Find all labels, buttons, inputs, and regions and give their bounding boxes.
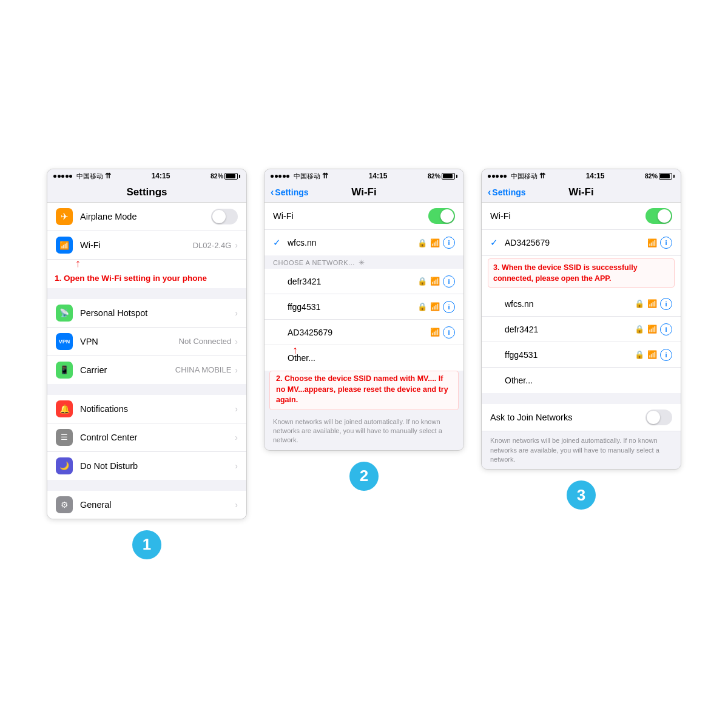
section-1-3: 🔔 Notifications › ☰ Control Center › 🌙 D…: [47, 395, 246, 480]
network-row-defr3421-2[interactable]: ✓ defr3421 🔒 📶 i: [265, 269, 463, 294]
hotspot-label: Personal Hotspot: [80, 308, 235, 318]
wifi-defr3421-2: 📶: [430, 277, 440, 286]
airplane-mode-row[interactable]: ✈ Airplane Mode: [47, 203, 246, 231]
battery-tip-2: [456, 175, 457, 178]
network-name-ffgg-3: ffgg4531: [505, 350, 635, 360]
net-check-empty: ✓: [273, 302, 284, 312]
airplane-toggle[interactable]: [211, 209, 238, 224]
ask-join-toggle[interactable]: [645, 410, 672, 425]
time-3: 14:15: [586, 172, 605, 180]
nav-title-2: Wi-Fi: [351, 186, 376, 198]
dnd-label: Do Not Disturb: [80, 461, 235, 471]
wifi-toggle-3[interactable]: [645, 208, 672, 224]
back-button-2[interactable]: ‹ Settings: [271, 187, 309, 198]
info-wfcs-3[interactable]: i: [660, 298, 672, 310]
info-ffgg-3[interactable]: i: [660, 349, 672, 361]
carrier-row[interactable]: 📱 Carrier CHINA MOBILE ›: [47, 356, 246, 384]
dnd-row[interactable]: 🌙 Do Not Disturb ›: [47, 452, 246, 480]
net-check-empty: ✓: [273, 327, 284, 338]
step-badge-3: 3: [567, 480, 596, 510]
battery-fill-3: [660, 174, 670, 178]
battery-body-1: [224, 173, 238, 180]
step3-annotation-container: 3. When the device SSID is successfully …: [482, 255, 681, 291]
choose-network-label-2: CHOOSE A NETWORK...: [273, 259, 355, 266]
network-name-defr3421-2: defr3421: [288, 277, 417, 286]
network-name-other-3: Other...: [505, 376, 672, 385]
control-center-row[interactable]: ☰ Control Center ›: [47, 423, 246, 452]
network-row-ad3425679-2[interactable]: ✓ AD3425679 📶 i ↑: [265, 320, 463, 345]
lock-ffgg4531-2: 🔒: [417, 302, 427, 311]
airplane-icon: ✈: [56, 208, 73, 225]
battery-body-3: [659, 173, 672, 180]
control-center-chevron: ›: [235, 433, 238, 442]
carrier-value: CHINA MOBILE: [175, 365, 231, 374]
nav-bar-2: ‹ Settings Wi-Fi: [265, 183, 463, 203]
info-defr3421-2[interactable]: i: [443, 275, 455, 288]
step1-annotation: 1. Open the Wi-Fi setting in your phone: [55, 273, 239, 285]
wifi-toggle-label-3: Wi-Fi: [490, 211, 511, 221]
gap-2: [47, 384, 246, 395]
notifications-row[interactable]: 🔔 Notifications ›: [47, 395, 246, 423]
info-ad3425679-2[interactable]: i: [443, 326, 455, 339]
connected-name-3: AD3425679: [505, 238, 647, 248]
signal-dots-1: [53, 175, 72, 178]
net-icons-ffgg-3: 🔒 📶 i: [635, 349, 672, 361]
connected-name-2: wfcs.nn: [288, 238, 417, 248]
connected-network-row-3[interactable]: ✓ AD3425679 📶 i: [482, 230, 681, 255]
bottom-note-3: Known networks will be joined automatica…: [482, 431, 681, 469]
info-btn-2[interactable]: i: [443, 237, 455, 249]
network-row-ffgg4531-2[interactable]: ✓ ffgg4531 🔒 📶 i: [265, 294, 463, 320]
wifi-row[interactable]: 📶 Wi-Fi DL02-2.4G › ↑: [47, 231, 246, 259]
hotspot-chevron: ›: [235, 308, 238, 318]
carrier-icon: 📱: [56, 362, 73, 379]
info-defr-3[interactable]: i: [660, 323, 672, 335]
wifi-chevron: ›: [235, 240, 238, 250]
lock-icon-2: 🔒: [417, 238, 427, 248]
nav-bar-3: ‹ Settings Wi-Fi: [482, 183, 681, 203]
dot: [275, 175, 278, 178]
network-row-defr-3[interactable]: ✓ defr3421 🔒 📶 i: [482, 317, 681, 342]
general-row[interactable]: ⚙ General ›: [47, 491, 246, 519]
networks-list-3: ✓ wfcs.nn 🔒 📶 i ✓ defr3421 🔒 📶 i: [482, 291, 681, 393]
connected-section-2: ✓ wfcs.nn 🔒 📶 i: [265, 230, 463, 255]
vpn-row[interactable]: VPN VPN Not Connected ›: [47, 328, 246, 356]
network-row-wfcs-3[interactable]: ✓ wfcs.nn 🔒 📶 i: [482, 291, 681, 317]
connected-network-row-2[interactable]: ✓ wfcs.nn 🔒 📶 i: [265, 230, 463, 255]
wifi-toggle-2[interactable]: [428, 208, 455, 224]
battery-1: 82%: [211, 172, 240, 180]
notifications-label: Notifications: [80, 404, 235, 414]
spinner-2: ✳: [359, 258, 365, 267]
back-button-3[interactable]: ‹ Settings: [488, 187, 526, 198]
hotspot-icon: 📡: [56, 305, 73, 322]
info-btn-3[interactable]: i: [660, 237, 672, 249]
info-ffgg4531-2[interactable]: i: [443, 301, 455, 313]
battery-3: 82%: [645, 172, 675, 180]
network-row-ffgg-3[interactable]: ✓ ffgg4531 🔒 📶 i: [482, 342, 681, 368]
carrier-1: 中国移动: [76, 172, 103, 181]
networks-list-2: ✓ defr3421 🔒 📶 i ✓ ffgg4531 🔒 📶 i: [265, 269, 463, 371]
step3-annotation: 3. When the device SSID is successfully …: [488, 258, 675, 288]
wifi-toggle-row-2[interactable]: Wi-Fi: [265, 203, 463, 230]
battery-tip-1: [239, 175, 240, 178]
dot: [286, 175, 289, 178]
net-icons-ad3425679-2: 📶 i: [430, 326, 455, 339]
airplane-label: Airplane Mode: [80, 212, 211, 221]
network-row-other-3[interactable]: ✓ Other...: [482, 368, 681, 393]
ask-join-row[interactable]: Ask to Join Networks: [482, 404, 681, 431]
dot: [58, 175, 61, 178]
wifi-icon-3: ⇈: [539, 172, 545, 180]
wifi-row-icon: 📶: [56, 237, 73, 254]
dot: [69, 175, 72, 178]
lock-wfcs-3: 🔒: [635, 299, 644, 308]
general-icon: ⚙: [56, 496, 73, 513]
battery-pct-3: 82%: [645, 172, 658, 180]
phone-col-3: 中国移动 ⇈ 14:15 82% ‹ Settings Wi-: [481, 169, 681, 510]
dnd-chevron: ›: [235, 461, 238, 471]
wifi-toggle-row-3[interactable]: Wi-Fi: [482, 203, 681, 230]
battery-2: 82%: [428, 172, 457, 180]
battery-fill-2: [443, 174, 453, 178]
hotspot-row[interactable]: 📡 Personal Hotspot ›: [47, 299, 246, 328]
section-1-1: ✈ Airplane Mode 📶 Wi-Fi DL02-2.4G › ↑: [47, 203, 246, 259]
back-chevron-3: ‹: [488, 187, 491, 198]
dot: [278, 175, 281, 178]
